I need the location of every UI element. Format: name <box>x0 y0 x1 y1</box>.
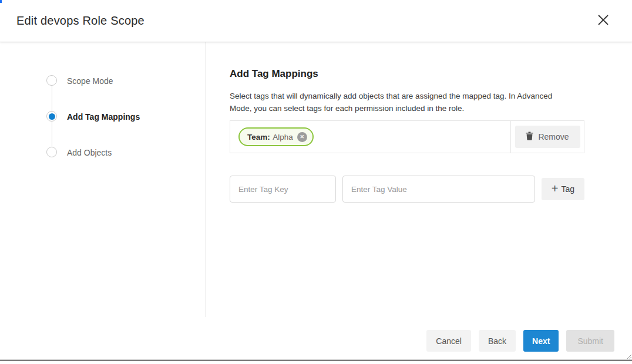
tag-chip-area: Team: Alpha ✕ <box>230 121 510 153</box>
remove-button[interactable]: Remove <box>515 126 580 148</box>
step-circle-scope-mode[interactable] <box>46 75 57 86</box>
trash-icon <box>526 132 533 142</box>
tag-mapping-list: Team: Alpha ✕ Remove <box>230 120 584 153</box>
tag-key-input[interactable] <box>230 176 336 203</box>
window-resize-handle[interactable] <box>626 353 631 359</box>
close-button[interactable] <box>596 14 611 29</box>
add-tag-button-label: Tag <box>562 184 575 194</box>
edit-role-scope-dialog: Edit devops Role Scope Scope Mode Add Ta… <box>0 0 632 364</box>
remove-cell: Remove <box>510 121 584 153</box>
sidebar-divider <box>206 42 206 317</box>
add-tag-button[interactable]: + Tag <box>542 178 584 200</box>
page-description: Select tags that will dynamically add ob… <box>230 90 573 114</box>
sidebar-step-add-objects[interactable]: Add Objects <box>67 147 112 158</box>
submit-button: Submit <box>566 330 614 352</box>
dialog-header: Edit devops Role Scope <box>0 0 632 42</box>
sidebar-step-scope-mode[interactable]: Scope Mode <box>67 76 113 86</box>
step-circle-add-objects[interactable] <box>46 147 57 157</box>
window-bottom-edge <box>0 359 632 361</box>
tag-value-label: Alpha <box>273 133 293 141</box>
sidebar-step-add-tag-mappings[interactable]: Add Tag Mappings <box>67 112 140 122</box>
active-step-dot <box>49 113 55 120</box>
back-button[interactable]: Back <box>479 330 516 352</box>
page-title: Add Tag Mappings <box>230 68 318 80</box>
remove-button-label: Remove <box>538 132 569 141</box>
tag-value-input[interactable] <box>342 176 535 203</box>
dialog-footer: Cancel Back Next Submit <box>426 330 614 352</box>
step-circle-add-tag-mappings[interactable] <box>46 111 57 122</box>
close-icon <box>597 14 610 28</box>
plus-icon: + <box>552 183 559 194</box>
next-button[interactable]: Next <box>523 330 559 352</box>
tag-key-label: Team: <box>247 133 270 141</box>
tag-chip-team-alpha: Team: Alpha ✕ <box>238 127 314 146</box>
screen-corner-artifact <box>0 0 2 3</box>
dialog-title: Edit devops Role Scope <box>16 14 144 28</box>
cancel-button[interactable]: Cancel <box>426 330 471 352</box>
chip-remove-x-icon[interactable]: ✕ <box>297 132 307 142</box>
